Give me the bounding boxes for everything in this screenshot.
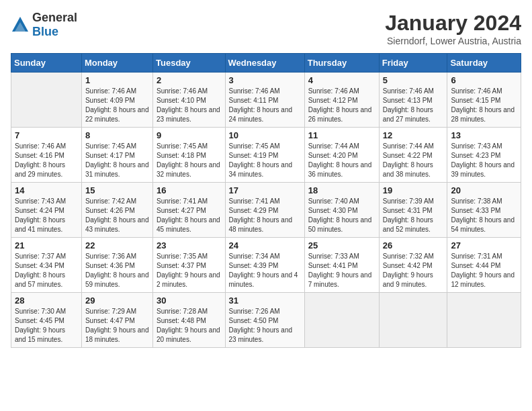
- calendar-day-cell: 22Sunrise: 7:36 AMSunset: 4:36 PMDayligh…: [81, 238, 152, 293]
- day-info: Sunrise: 7:32 AMSunset: 4:42 PMDaylight:…: [383, 252, 444, 289]
- month-title: January 2024: [385, 11, 521, 36]
- day-info: Sunrise: 7:46 AMSunset: 4:13 PMDaylight:…: [383, 87, 444, 124]
- day-info: Sunrise: 7:46 AMSunset: 4:16 PMDaylight:…: [15, 142, 78, 179]
- day-number: 23: [157, 240, 221, 250]
- location-subtitle: Sierndorf, Lower Austria, Austria: [385, 36, 521, 46]
- weekday-header-cell: Thursday: [304, 54, 379, 73]
- day-info: Sunrise: 7:41 AMSunset: 4:27 PMDaylight:…: [157, 197, 221, 234]
- calendar-day-cell: 25Sunrise: 7:33 AMSunset: 4:41 PMDayligh…: [304, 238, 379, 293]
- day-number: 3: [229, 75, 301, 85]
- day-number: 6: [451, 75, 517, 85]
- calendar-day-cell: 2Sunrise: 7:46 AMSunset: 4:10 PMDaylight…: [153, 73, 225, 128]
- day-info: Sunrise: 7:39 AMSunset: 4:31 PMDaylight:…: [383, 197, 444, 234]
- day-info: Sunrise: 7:35 AMSunset: 4:37 PMDaylight:…: [157, 252, 221, 289]
- day-number: 17: [229, 185, 301, 195]
- weekday-header-cell: Wednesday: [225, 54, 304, 73]
- calendar-day-cell: 6Sunrise: 7:46 AMSunset: 4:15 PMDaylight…: [447, 73, 521, 128]
- day-info: Sunrise: 7:46 AMSunset: 4:11 PMDaylight:…: [229, 87, 301, 124]
- day-number: 24: [229, 240, 301, 250]
- day-number: 22: [85, 240, 149, 250]
- calendar-day-cell: 7Sunrise: 7:46 AMSunset: 4:16 PMDaylight…: [11, 128, 82, 183]
- calendar-day-cell: 5Sunrise: 7:46 AMSunset: 4:13 PMDaylight…: [379, 73, 447, 128]
- day-info: Sunrise: 7:38 AMSunset: 4:33 PMDaylight:…: [451, 197, 517, 234]
- day-info: Sunrise: 7:43 AMSunset: 4:24 PMDaylight:…: [15, 197, 78, 234]
- calendar-day-cell: 30Sunrise: 7:28 AMSunset: 4:48 PMDayligh…: [153, 293, 225, 348]
- day-info: Sunrise: 7:42 AMSunset: 4:26 PMDaylight:…: [85, 197, 149, 234]
- day-info: Sunrise: 7:33 AMSunset: 4:41 PMDaylight:…: [308, 252, 375, 289]
- logo-icon: [11, 15, 30, 34]
- calendar-day-cell: 21Sunrise: 7:37 AMSunset: 4:34 PMDayligh…: [11, 238, 82, 293]
- calendar-table: SundayMondayTuesdayWednesdayThursdayFrid…: [11, 53, 521, 348]
- day-number: 16: [157, 185, 221, 195]
- calendar-day-cell: 23Sunrise: 7:35 AMSunset: 4:37 PMDayligh…: [153, 238, 225, 293]
- day-info: Sunrise: 7:43 AMSunset: 4:23 PMDaylight:…: [451, 142, 517, 179]
- day-info: Sunrise: 7:46 AMSunset: 4:12 PMDaylight:…: [308, 87, 375, 124]
- day-info: Sunrise: 7:45 AMSunset: 4:19 PMDaylight:…: [229, 142, 301, 179]
- day-number: 14: [15, 185, 78, 195]
- day-info: Sunrise: 7:44 AMSunset: 4:20 PMDaylight:…: [308, 142, 375, 179]
- calendar-day-cell: [11, 73, 82, 128]
- day-number: 1: [85, 75, 149, 85]
- calendar-day-cell: 29Sunrise: 7:29 AMSunset: 4:47 PMDayligh…: [81, 293, 152, 348]
- calendar-day-cell: 14Sunrise: 7:43 AMSunset: 4:24 PMDayligh…: [11, 183, 82, 238]
- day-number: 25: [308, 240, 375, 250]
- weekday-header-row: SundayMondayTuesdayWednesdayThursdayFrid…: [11, 54, 521, 73]
- day-info: Sunrise: 7:40 AMSunset: 4:30 PMDaylight:…: [308, 197, 375, 234]
- calendar-day-cell: 12Sunrise: 7:44 AMSunset: 4:22 PMDayligh…: [379, 128, 447, 183]
- day-info: Sunrise: 7:30 AMSunset: 4:45 PMDaylight:…: [15, 307, 78, 345]
- calendar-day-cell: 9Sunrise: 7:45 AMSunset: 4:18 PMDaylight…: [153, 128, 225, 183]
- day-number: 13: [451, 130, 517, 140]
- day-info: Sunrise: 7:46 AMSunset: 4:15 PMDaylight:…: [451, 87, 517, 124]
- weekday-header-cell: Tuesday: [153, 54, 225, 73]
- day-info: Sunrise: 7:46 AMSunset: 4:10 PMDaylight:…: [157, 87, 221, 124]
- day-info: Sunrise: 7:34 AMSunset: 4:39 PMDaylight:…: [229, 252, 301, 289]
- day-number: 10: [229, 130, 301, 140]
- calendar-day-cell: 1Sunrise: 7:46 AMSunset: 4:09 PMDaylight…: [81, 73, 152, 128]
- calendar-body: 1Sunrise: 7:46 AMSunset: 4:09 PMDaylight…: [11, 73, 521, 348]
- day-number: 29: [85, 295, 149, 306]
- day-info: Sunrise: 7:44 AMSunset: 4:22 PMDaylight:…: [383, 142, 444, 179]
- day-number: 28: [15, 295, 78, 306]
- calendar-day-cell: 20Sunrise: 7:38 AMSunset: 4:33 PMDayligh…: [447, 183, 521, 238]
- logo-general: General: [32, 11, 77, 24]
- calendar-week-row: 14Sunrise: 7:43 AMSunset: 4:24 PMDayligh…: [11, 183, 521, 238]
- day-number: 20: [451, 185, 517, 195]
- day-info: Sunrise: 7:29 AMSunset: 4:47 PMDaylight:…: [85, 307, 149, 345]
- day-number: 4: [308, 75, 375, 85]
- calendar-day-cell: [304, 293, 379, 348]
- calendar-day-cell: 31Sunrise: 7:26 AMSunset: 4:50 PMDayligh…: [225, 293, 304, 348]
- day-number: 15: [85, 185, 149, 195]
- weekday-header-cell: Monday: [81, 54, 152, 73]
- calendar-day-cell: 11Sunrise: 7:44 AMSunset: 4:20 PMDayligh…: [304, 128, 379, 183]
- day-info: Sunrise: 7:46 AMSunset: 4:09 PMDaylight:…: [85, 87, 149, 124]
- day-info: Sunrise: 7:28 AMSunset: 4:48 PMDaylight:…: [157, 307, 221, 345]
- day-number: 30: [157, 295, 221, 306]
- page-header: General Blue January 2024 Sierndorf, Low…: [11, 11, 521, 46]
- calendar-week-row: 28Sunrise: 7:30 AMSunset: 4:45 PMDayligh…: [11, 293, 521, 348]
- calendar-week-row: 1Sunrise: 7:46 AMSunset: 4:09 PMDaylight…: [11, 73, 521, 128]
- day-info: Sunrise: 7:26 AMSunset: 4:50 PMDaylight:…: [229, 307, 301, 345]
- calendar-week-row: 7Sunrise: 7:46 AMSunset: 4:16 PMDaylight…: [11, 128, 521, 183]
- logo: General Blue: [11, 11, 77, 39]
- day-info: Sunrise: 7:45 AMSunset: 4:17 PMDaylight:…: [85, 142, 149, 179]
- day-number: 9: [157, 130, 221, 140]
- calendar-day-cell: 19Sunrise: 7:39 AMSunset: 4:31 PMDayligh…: [379, 183, 447, 238]
- weekday-header-cell: Friday: [379, 54, 447, 73]
- calendar-day-cell: 27Sunrise: 7:31 AMSunset: 4:44 PMDayligh…: [447, 238, 521, 293]
- day-number: 2: [157, 75, 221, 85]
- calendar-day-cell: 16Sunrise: 7:41 AMSunset: 4:27 PMDayligh…: [153, 183, 225, 238]
- calendar-day-cell: 24Sunrise: 7:34 AMSunset: 4:39 PMDayligh…: [225, 238, 304, 293]
- day-number: 27: [451, 240, 517, 250]
- day-number: 11: [308, 130, 375, 140]
- calendar-day-cell: 4Sunrise: 7:46 AMSunset: 4:12 PMDaylight…: [304, 73, 379, 128]
- calendar-day-cell: [447, 293, 521, 348]
- calendar-week-row: 21Sunrise: 7:37 AMSunset: 4:34 PMDayligh…: [11, 238, 521, 293]
- day-number: 18: [308, 185, 375, 195]
- calendar-day-cell: 15Sunrise: 7:42 AMSunset: 4:26 PMDayligh…: [81, 183, 152, 238]
- day-number: 21: [15, 240, 78, 250]
- day-info: Sunrise: 7:41 AMSunset: 4:29 PMDaylight:…: [229, 197, 301, 234]
- day-number: 19: [383, 185, 444, 195]
- day-number: 12: [383, 130, 444, 140]
- calendar-day-cell: 26Sunrise: 7:32 AMSunset: 4:42 PMDayligh…: [379, 238, 447, 293]
- day-number: 31: [229, 295, 301, 306]
